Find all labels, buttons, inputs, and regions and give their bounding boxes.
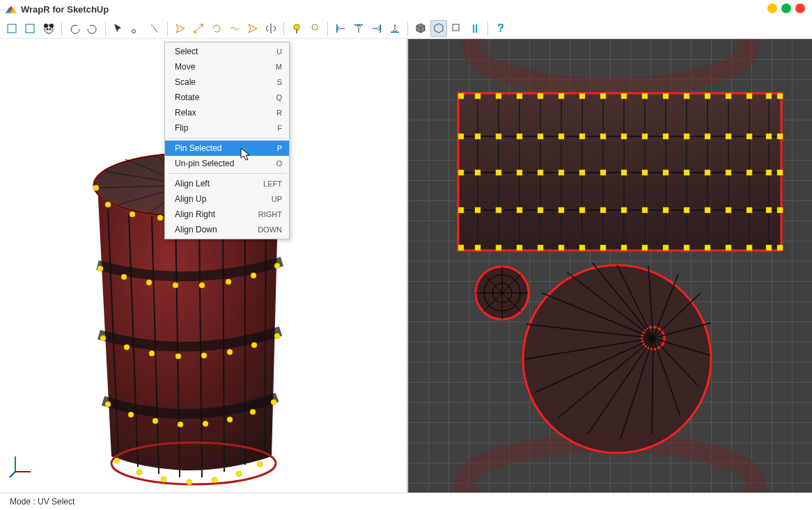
cube-solid-icon[interactable]: [412, 20, 429, 37]
svg-rect-216: [517, 245, 522, 250]
svg-rect-211: [766, 207, 772, 213]
svg-point-17: [312, 24, 318, 30]
svg-rect-193: [747, 170, 752, 175]
svg-point-67: [251, 273, 256, 278]
svg-rect-220: [600, 245, 606, 250]
measure-icon[interactable]: [467, 20, 483, 37]
svg-point-70: [124, 344, 130, 350]
menu-item-shortcut: U: [276, 47, 282, 56]
svg-point-75: [251, 342, 257, 348]
status-mode-label: Mode : UV Select: [10, 497, 75, 507]
svg-rect-167: [559, 134, 564, 139]
menu-item-label: Scale: [175, 77, 196, 87]
menu-item-label: Rotate: [175, 93, 199, 102]
unpin-selected-icon[interactable]: [306, 20, 323, 37]
svg-rect-170: [621, 134, 627, 139]
svg-point-89: [212, 477, 217, 483]
overlap-icon[interactable]: [448, 20, 465, 37]
svg-point-88: [187, 479, 192, 485]
minimize-button[interactable]: [767, 3, 777, 13]
svg-rect-158: [726, 93, 731, 99]
menu-item-scale[interactable]: ScaleS: [165, 74, 289, 90]
menu-item-shortcut: P: [277, 144, 282, 152]
menu-item-align-right[interactable]: Align RightRIGHT: [165, 207, 289, 222]
scale-icon[interactable]: [190, 20, 207, 37]
pin-selected-icon[interactable]: [288, 20, 305, 37]
menu-item-shortcut: UP: [272, 195, 282, 203]
rotate-icon[interactable]: [208, 20, 225, 37]
svg-rect-229: [777, 245, 783, 250]
svg-rect-228: [766, 245, 772, 250]
menu-item-label: Un-pin Selected: [175, 159, 234, 168]
svg-rect-208: [705, 207, 710, 213]
svg-rect-161: [777, 93, 783, 99]
flip-icon[interactable]: [263, 20, 279, 37]
align-left-icon[interactable]: [332, 20, 349, 37]
viewport-uv[interactable]: [408, 39, 813, 493]
svg-rect-154: [642, 93, 648, 99]
svg-rect-145: [458, 93, 464, 99]
menu-item-shortcut: F: [277, 124, 282, 132]
menu-item-un-pin-selected[interactable]: Un-pin SelectedO: [165, 156, 289, 171]
svg-rect-187: [621, 170, 627, 175]
cube-wire-icon[interactable]: [430, 20, 447, 37]
undo-icon[interactable]: [66, 20, 83, 37]
svg-rect-157: [705, 93, 710, 99]
svg-point-72: [175, 353, 181, 359]
menu-item-pin-selected[interactable]: Pin SelectedP: [165, 141, 289, 156]
svg-point-80: [178, 422, 183, 427]
menu-item-move[interactable]: MoveM: [165, 59, 289, 74]
context-menu[interactable]: SelectUMoveMScaleSRotateQRelaxRFlipFPin …: [164, 42, 290, 239]
menu-item-label: Flip: [175, 123, 188, 133]
maximize-button[interactable]: [781, 3, 791, 13]
export-icon[interactable]: [22, 20, 39, 37]
relax-icon[interactable]: [226, 20, 243, 37]
svg-rect-192: [726, 170, 731, 175]
menu-item-label: Relax: [175, 108, 196, 118]
menu-item-rotate[interactable]: RotateQ: [165, 90, 289, 105]
svg-point-78: [128, 412, 134, 417]
align-up-icon[interactable]: [350, 20, 367, 37]
axis-gizmo-icon: [8, 454, 33, 481]
svg-point-82: [227, 417, 233, 422]
svg-rect-165: [517, 134, 522, 139]
import-icon[interactable]: [4, 20, 21, 37]
svg-rect-181: [496, 170, 501, 175]
menu-item-align-down[interactable]: Align DownDOWN: [165, 222, 289, 237]
menu-item-relax[interactable]: RelaxR: [165, 105, 289, 120]
svg-rect-215: [496, 245, 501, 250]
svg-rect-147: [496, 93, 501, 99]
panda-icon[interactable]: [40, 20, 57, 37]
menu-item-flip[interactable]: FlipF: [165, 120, 289, 136]
svg-point-9: [49, 28, 52, 30]
help-icon[interactable]: ?: [492, 20, 509, 37]
cut-icon[interactable]: [128, 20, 145, 37]
menu-item-select[interactable]: SelectU: [165, 44, 289, 59]
menu-item-align-up[interactable]: Align UpUP: [165, 191, 289, 207]
move-icon[interactable]: [172, 20, 189, 37]
menu-item-shortcut: S: [277, 78, 282, 86]
svg-rect-202: [579, 207, 585, 213]
toolbar-separator: [167, 22, 168, 35]
toolbar-separator: [327, 22, 328, 35]
svg-rect-185: [579, 170, 585, 175]
svg-rect-188: [642, 170, 648, 175]
pin-icon[interactable]: [244, 20, 261, 37]
align-right-icon[interactable]: [368, 20, 385, 37]
svg-rect-178: [777, 134, 783, 139]
close-button[interactable]: [795, 3, 805, 13]
menu-item-align-left[interactable]: Align LeftLEFT: [165, 176, 289, 191]
menu-item-shortcut: R: [276, 109, 282, 117]
svg-rect-177: [766, 134, 772, 139]
svg-rect-210: [747, 207, 752, 213]
align-down-icon[interactable]: [387, 20, 403, 37]
svg-point-65: [199, 282, 205, 288]
svg-rect-190: [684, 170, 689, 175]
select-icon[interactable]: [110, 20, 127, 37]
stitch-icon[interactable]: [146, 20, 163, 37]
svg-rect-195: [777, 170, 783, 175]
svg-rect-155: [663, 93, 669, 99]
svg-point-90: [236, 471, 242, 477]
redo-icon[interactable]: [84, 20, 101, 37]
svg-point-95: [471, 39, 749, 88]
